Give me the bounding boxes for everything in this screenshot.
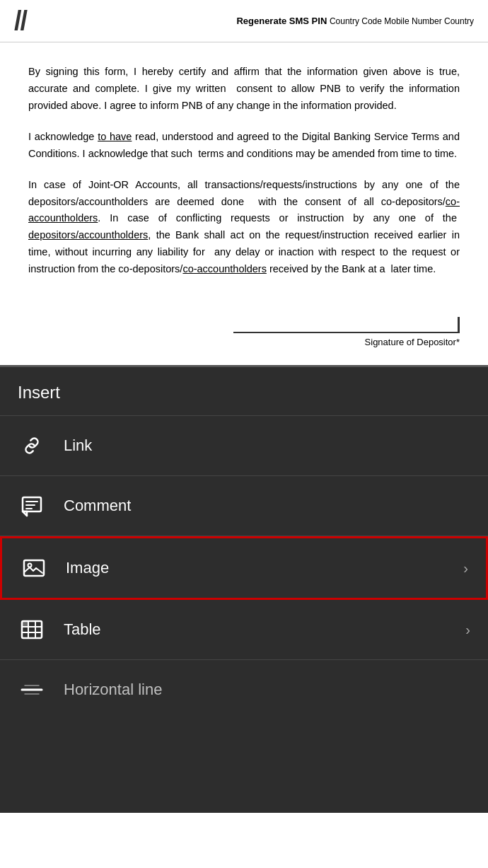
paragraph-2: I acknowledge to have read, understood a… (28, 129, 460, 163)
document-body: By signing this form, I hereby certify a… (0, 42, 488, 306)
comment-label: Comment (64, 497, 470, 515)
table-icon (18, 615, 46, 644)
insert-menu: Insert Link Comment (0, 367, 488, 813)
underline-to-have: to have (98, 131, 132, 142)
link-label: Link (64, 436, 470, 455)
signature-label: Signature of Depositor* (365, 337, 460, 347)
comment-icon (18, 492, 46, 520)
document-topbar: // Regenerate SMS PIN Country Code Mobil… (0, 0, 488, 42)
menu-item-link[interactable]: Link (0, 416, 488, 476)
doc-topbar-content: Regenerate SMS PIN Country Code Mobile N… (236, 16, 474, 26)
image-chevron-icon: › (463, 560, 468, 577)
table-chevron-icon: › (465, 622, 470, 638)
horizontal-line-icon (18, 676, 46, 704)
insert-menu-title: Insert (0, 367, 488, 416)
signature-cursor (458, 317, 460, 332)
image-icon (20, 554, 48, 582)
svg-point-8 (28, 564, 32, 567)
menu-item-horizontal-line[interactable]: Horizontal line (0, 660, 488, 719)
table-label: Table (64, 620, 465, 639)
menu-item-comment[interactable]: Comment (0, 476, 488, 536)
svg-rect-7 (24, 560, 44, 576)
menu-item-table[interactable]: Table › (0, 600, 488, 660)
menu-item-image[interactable]: Image › (0, 536, 488, 600)
signature-area: Signature of Depositor* (0, 306, 488, 365)
paragraph-1: By signing this form, I hereby certify a… (28, 64, 460, 115)
regenerate-sms-pin-label: Regenerate SMS PIN (236, 16, 327, 26)
paragraph-3: In case of Joint-OR Accounts, all transa… (28, 177, 460, 279)
horizontal-line-label: Horizontal line (64, 681, 470, 699)
topbar-fields: Country Code Mobile Number Country (330, 16, 474, 26)
underline-co-accountholders-1: co-accountholders (28, 196, 460, 224)
doc-header-symbol: // (14, 6, 26, 36)
link-icon (18, 432, 46, 460)
image-label: Image (66, 559, 463, 577)
signature-line (233, 313, 460, 333)
svg-rect-14 (22, 621, 28, 627)
underline-co-accountholders-2: co-accountholders (182, 263, 267, 274)
underline-depositors-accountholders: depositors/accountholders (28, 229, 148, 241)
